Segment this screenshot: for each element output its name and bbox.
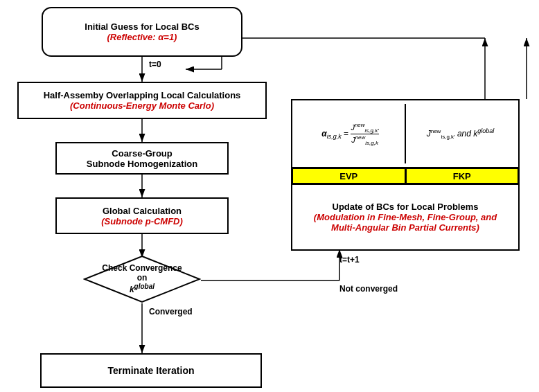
t0-label: t=0: [149, 60, 161, 69]
initial-guess-subtitle: (Reflective: α=1): [107, 32, 177, 42]
half-assembly-subtitle: (Continuous-Energy Monte Carlo): [70, 100, 214, 111]
half-assembly-box: Half-Assemby Overlapping Local Calculati…: [17, 82, 267, 119]
convergence-diamond: Check Convergence on kglobal: [83, 255, 201, 303]
alpha-formula: αis,g,k = Jnewis,g,k′ Jnewis,g,k: [296, 104, 406, 163]
convergence-line1: Check Convergence on: [97, 263, 187, 283]
evp-fkp-bar: EVP FKP: [291, 168, 520, 185]
global-calc-title: Global Calculation: [103, 206, 182, 216]
evp-label: EVP: [292, 168, 406, 184]
half-assembly-title: Half-Assemby Overlapping Local Calculati…: [44, 90, 241, 100]
terminate-box: Terminate Iteration: [40, 353, 262, 388]
global-calc-subtitle: (Subnode p-CMFD): [101, 216, 183, 226]
j-formula: Jnewis,g,k′ and kglobal: [406, 104, 515, 163]
formula-content: αis,g,k = Jnewis,g,k′ Jnewis,g,k Jnew: [296, 104, 515, 163]
fkp-label: FKP: [406, 168, 519, 184]
convergence-line2: kglobal: [130, 285, 154, 294]
not-converged-label: Not converged: [339, 284, 398, 294]
t-increment-label: t=t+1: [339, 255, 360, 265]
update-bcs-title: Update of BCs for Local Problems: [333, 202, 479, 212]
terminate-title: Terminate Iteration: [108, 365, 195, 376]
global-calc-box: Global Calculation (Subnode p-CMFD): [55, 197, 229, 234]
converged-label: Converged: [149, 307, 193, 317]
initial-guess-box: Initial Guess for Local BCs (Reflective:…: [42, 7, 242, 57]
flowchart-diagram: Initial Guess for Local BCs (Reflective:…: [0, 0, 539, 392]
initial-guess-title: Initial Guess for Local BCs: [85, 21, 199, 32]
update-bcs-subtitle2: Multi-Angular Bin Partial Currents): [331, 222, 479, 233]
update-bcs-subtitle: (Modulation in Fine-Mesh, Fine-Group, an…: [314, 212, 497, 222]
coarse-group-box: Coarse-Group Subnode Homogenization: [55, 142, 229, 175]
formula-outer-box: αis,g,k = Jnewis,g,k′ Jnewis,g,k Jnew: [291, 99, 520, 168]
coarse-group-title2: Subnode Homogenization: [87, 159, 197, 169]
update-bcs-box: Update of BCs for Local Problems (Modula…: [291, 185, 520, 251]
coarse-group-title: Coarse-Group: [112, 148, 172, 159]
